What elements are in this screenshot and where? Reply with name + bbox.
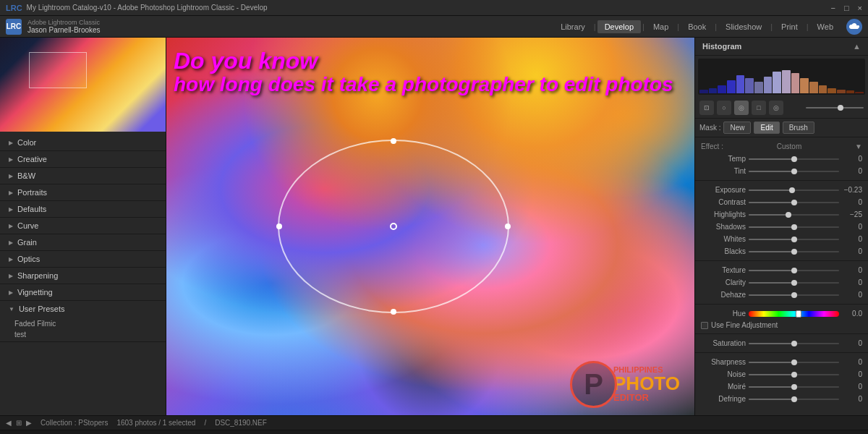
app-name: Adobe Lightroom Classic (27, 19, 101, 26)
maximize-button[interactable]: □ (844, 4, 849, 12)
window-controls: − □ × (830, 4, 862, 12)
nav-module-slideshow[interactable]: Slideshow (718, 20, 769, 33)
shadows-label: Shadows (701, 223, 746, 231)
temp-row: Temp 0 (695, 153, 868, 165)
panel-section-sharpening-header[interactable]: ▶ Sharpening (0, 268, 166, 284)
dehaze-slider[interactable] (749, 294, 839, 296)
app-info: Adobe Lightroom Classic Jason Parnell-Br… (27, 19, 101, 34)
panel-section-grain: ▶ Grain (0, 234, 166, 251)
mask-center-point[interactable] (390, 223, 397, 230)
nav-next-button[interactable]: ▶ (26, 419, 32, 427)
section-curve-label: Curve (17, 221, 38, 230)
blacks-slider[interactable] (749, 251, 839, 252)
panel-section-grain-header[interactable]: ▶ Grain (0, 234, 166, 250)
nav-module-print[interactable]: Print (774, 20, 805, 33)
mask-handle-bottom[interactable] (391, 309, 396, 315)
filename-label: DSC_8190.NEF (215, 419, 267, 427)
panel-section-optics-header[interactable]: ▶ Optics (0, 251, 166, 267)
histogram-expand-icon[interactable]: ▲ (853, 42, 861, 51)
panel-section-creative: ▶ Creative (0, 151, 166, 168)
tool-spot[interactable]: ○ (717, 101, 731, 115)
contrast-slider[interactable] (749, 202, 839, 203)
dehaze-label: Dehaze (701, 291, 746, 299)
panel-section-bw-header[interactable]: ▶ B&W (0, 168, 166, 184)
panel-section-user-presets-header[interactable]: ▼ User Presets (0, 301, 166, 317)
panel-section-curve-header[interactable]: ▶ Curve (0, 218, 166, 234)
panel-section-defaults-header[interactable]: ▶ Defaults (0, 201, 166, 217)
temp-label: Temp (701, 155, 746, 163)
noise-slider[interactable] (749, 374, 839, 375)
whites-slider[interactable] (749, 239, 839, 240)
mask-brush-button[interactable]: Brush (783, 122, 814, 134)
saturation-value: 0 (842, 339, 862, 347)
nav-module-web[interactable]: Web (810, 20, 841, 33)
arrow-icon: ▶ (9, 140, 13, 146)
mask-handle-left[interactable] (276, 224, 282, 229)
texture-slider[interactable] (749, 270, 839, 271)
texture-value: 0 (842, 266, 862, 274)
blacks-value: 0 (842, 247, 862, 255)
saturation-slider[interactable] (749, 343, 839, 344)
tool-slider (806, 107, 864, 109)
tool-crop[interactable]: ⊡ (699, 101, 714, 115)
section-bw-label: B&W (17, 171, 35, 180)
highlights-slider[interactable] (749, 214, 839, 216)
nav-module-develop[interactable]: Develop (597, 20, 641, 33)
hue-gradient-slider[interactable] (749, 311, 839, 317)
panel-section-optics: ▶ Optics (0, 251, 166, 268)
dehaze-row: Dehaze 0 (695, 289, 868, 301)
defringe-row: Defringe 0 (695, 393, 868, 405)
tint-slider[interactable] (749, 171, 839, 172)
mask-edit-button[interactable]: Edit (754, 122, 779, 134)
main-image: Do you know how long does it take a phot… (166, 38, 694, 415)
tool-filter[interactable]: ◎ (769, 101, 783, 115)
fine-adj-label: Use Fine Adjustment (711, 321, 778, 329)
clarity-slider[interactable] (749, 282, 839, 284)
mask-handle-right[interactable] (505, 224, 511, 229)
histogram-area (698, 59, 865, 95)
watermark-circle: P (570, 361, 617, 408)
watermark-p-letter: P (584, 368, 603, 401)
panel-section-vignetting: ▶ Vignetting (0, 284, 166, 301)
defringe-slider[interactable] (749, 399, 839, 400)
mask-handle-top[interactable] (391, 138, 396, 144)
fine-adj-checkbox[interactable] (701, 322, 708, 329)
tint-row: Tint 0 (695, 165, 868, 177)
nav-module-map[interactable]: Map (646, 20, 676, 33)
panel-section-creative-header[interactable]: ▶ Creative (0, 151, 166, 167)
minimize-button[interactable]: − (830, 4, 835, 12)
nav-prev-button[interactable]: ◀ (6, 419, 12, 427)
nav-module-library[interactable]: Library (553, 20, 592, 33)
cloud-icon[interactable] (846, 19, 862, 35)
exposure-value: −0.23 (842, 186, 862, 194)
temp-slider[interactable] (749, 158, 839, 160)
panel-section-vignetting-header[interactable]: ▶ Vignetting (0, 284, 166, 300)
section-vignetting-label: Vignetting (17, 288, 53, 297)
right-panel-content: Effect : Custom ▼ Temp 0 Tint (695, 137, 868, 415)
navbar: LRC Adobe Lightroom Classic Jason Parnel… (0, 16, 868, 38)
main-area: ▶ Color ▶ Creative ▶ B&W ▶ Portrai (0, 38, 868, 415)
status-bar: ◀ ⊞ ▶ Collection : PStopers 1603 photos … (0, 415, 868, 430)
panel-section-portraits-header[interactable]: ▶ Portraits (0, 184, 166, 200)
panel-section-color-header[interactable]: ▶ Color (0, 135, 166, 150)
section-color-label: Color (17, 138, 36, 147)
exposure-slider[interactable] (749, 190, 839, 191)
tool-mask[interactable]: ◎ (734, 101, 749, 115)
nav-divider-5: | (770, 22, 773, 31)
close-button[interactable]: × (858, 4, 862, 12)
mask-new-button[interactable]: New (723, 122, 751, 134)
effect-dropdown-icon[interactable]: ▼ (855, 142, 862, 150)
sharpness-slider[interactable] (749, 362, 839, 363)
arrow-icon-7: ▶ (9, 239, 13, 246)
arrow-icon-5: ▶ (9, 206, 13, 213)
tool-redeye[interactable]: □ (752, 101, 766, 115)
whites-label: Whites (701, 235, 746, 243)
user-preset-faded[interactable]: Faded Filmic test (0, 317, 166, 341)
nav-module-book[interactable]: Book (681, 20, 713, 33)
moire-slider[interactable] (749, 386, 839, 388)
fine-adj-row: Use Fine Adjustment (695, 320, 868, 331)
nav-grid-button[interactable]: ⊞ (16, 419, 22, 427)
shadows-slider[interactable] (749, 226, 839, 228)
whites-value: 0 (842, 235, 862, 243)
arrow-icon-8: ▶ (9, 256, 13, 263)
